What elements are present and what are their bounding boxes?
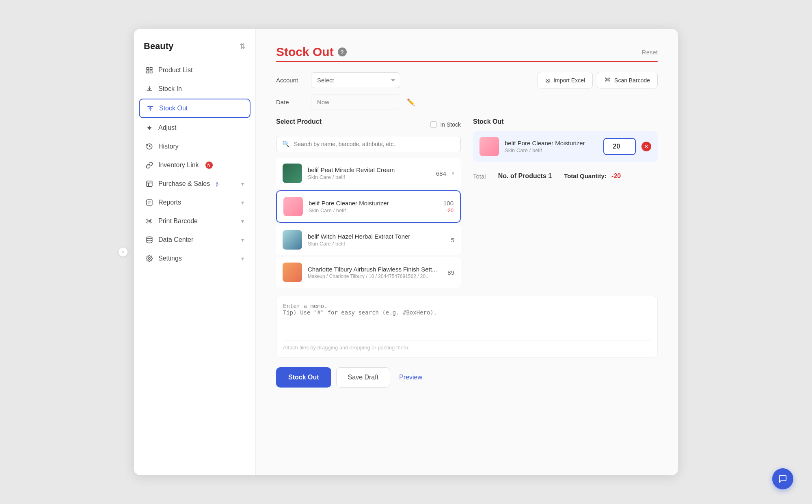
memo-box: Attach files by dragging and dropping or… bbox=[276, 296, 658, 358]
bottom-actions: Stock Out Save Draft Preview bbox=[276, 367, 658, 388]
sidebar-item-label-print-barcode: Print Barcode bbox=[158, 218, 198, 225]
svg-rect-1 bbox=[150, 67, 152, 69]
totals-products: No. of Products 1 bbox=[498, 172, 552, 180]
svg-point-7 bbox=[147, 237, 152, 239]
chart-icon bbox=[145, 180, 153, 188]
product-cat-2: Skin Care / belif bbox=[309, 207, 438, 213]
select-product-panel: Select Product In Stock 🔍 belif Peat Mir… bbox=[276, 118, 461, 289]
product-stock-3: 5 bbox=[451, 237, 454, 243]
excel-icon: ⊠ bbox=[545, 77, 550, 84]
edit-date-icon[interactable]: ✏️ bbox=[407, 98, 415, 106]
sidebar-item-adjust[interactable]: Adjust bbox=[139, 119, 251, 137]
sidebar-item-label-stock-in: Stock In bbox=[158, 85, 182, 93]
main-content: Stock Out ? Reset Account Select ⊠ Impor… bbox=[256, 29, 678, 475]
preview-button[interactable]: Preview bbox=[395, 367, 426, 388]
sidebar-item-label-purchase-sales: Purchase & Sales bbox=[158, 180, 210, 187]
product-item-3[interactable]: belif Witch Hazel Herbal Extract Toner S… bbox=[276, 224, 461, 255]
page-title-row: Stock Out ? bbox=[276, 45, 347, 59]
svg-rect-2 bbox=[147, 71, 149, 73]
date-row: Date ✏️ bbox=[276, 94, 658, 110]
stock-out-panel: Stock Out belif Pore Cleaner Moisturizer… bbox=[473, 118, 658, 289]
sidebar-item-data-center[interactable]: Data Center ▾ bbox=[139, 231, 251, 249]
sidebar-item-history[interactable]: History bbox=[139, 138, 251, 155]
no-of-products-label: No. of Products bbox=[498, 172, 546, 179]
sidebar-item-label-history: History bbox=[158, 143, 179, 150]
database-icon bbox=[145, 236, 153, 244]
page-header: Stock Out ? Reset bbox=[276, 45, 658, 59]
upload-icon bbox=[146, 104, 154, 112]
sidebar-item-label-stock-out: Stock Out bbox=[159, 105, 188, 112]
history-icon bbox=[145, 142, 153, 151]
sidebar-item-stock-out[interactable]: Stock Out bbox=[139, 99, 251, 118]
chevron-down-icon-data: ▾ bbox=[241, 237, 244, 243]
sidebar-item-label-settings: Settings bbox=[158, 255, 182, 262]
sidebar-item-inventory-link[interactable]: Inventory Link N bbox=[139, 156, 251, 174]
product-stock-2: 100 -20 bbox=[443, 200, 454, 213]
product-cat-1: Skin Care / belif bbox=[308, 174, 430, 180]
account-select[interactable]: Select bbox=[311, 72, 400, 88]
no-of-products-value: 1 bbox=[548, 172, 552, 179]
product-stock-1: 684 bbox=[436, 170, 446, 177]
memo-textarea[interactable] bbox=[283, 303, 651, 335]
svg-rect-0 bbox=[147, 67, 149, 69]
download-icon bbox=[145, 85, 153, 93]
stock-out-button[interactable]: Stock Out bbox=[276, 367, 331, 388]
total-qty-value: -20 bbox=[611, 172, 621, 179]
adjust-icon bbox=[145, 124, 153, 132]
svg-rect-5 bbox=[147, 181, 152, 187]
chevron-down-icon-reports: ▾ bbox=[241, 199, 244, 206]
sidebar-item-purchase-sales[interactable]: Purchase & Sales β ▾ bbox=[139, 175, 251, 193]
product-item-1[interactable]: belif Peat Miracle Revital Cream Skin Ca… bbox=[276, 158, 461, 189]
in-stock-row: Select Product In Stock bbox=[276, 118, 461, 131]
totals-row: Total No. of Products 1 Total Quantity: … bbox=[473, 166, 658, 186]
in-stock-checkbox-label[interactable]: In Stock bbox=[430, 121, 461, 128]
product-stock-value-2: 100 bbox=[443, 200, 454, 207]
save-draft-button[interactable]: Save Draft bbox=[336, 367, 391, 388]
sidebar-item-reports[interactable]: Reports ▾ bbox=[139, 194, 251, 211]
stock-indicator-1 bbox=[452, 172, 454, 174]
product-name-2: belif Pore Cleaner Moisturizer bbox=[309, 200, 438, 207]
product-name-4: Charlotte Tilbury Airbrush Flawless Fini… bbox=[308, 266, 442, 273]
search-icon: 🔍 bbox=[282, 140, 290, 148]
account-row: Account Select ⊠ Import Excel Scan Barco… bbox=[276, 72, 658, 88]
remove-item-button-1[interactable]: ✕ bbox=[641, 142, 651, 151]
total-qty-label: Total Quantity: -20 bbox=[564, 172, 621, 180]
import-excel-button[interactable]: ⊠ Import Excel bbox=[538, 72, 593, 88]
two-column-layout: Select Product In Stock 🔍 belif Peat Mir… bbox=[276, 118, 658, 289]
sort-icon[interactable]: ⇅ bbox=[240, 42, 246, 51]
help-icon[interactable]: ? bbox=[338, 47, 347, 56]
product-search-input[interactable] bbox=[294, 141, 455, 147]
scan-barcode-button[interactable]: Scan Barcode bbox=[597, 72, 658, 88]
product-item-2[interactable]: belif Pore Cleaner Moisturizer Skin Care… bbox=[276, 190, 461, 223]
product-item-4[interactable]: Charlotte Tilbury Airbrush Flawless Fini… bbox=[276, 257, 461, 288]
sidebar-item-label-inventory-link: Inventory Link bbox=[158, 162, 199, 169]
chevron-down-icon-settings: ▾ bbox=[241, 255, 244, 262]
chat-fab-button[interactable] bbox=[772, 468, 793, 489]
product-search-box: 🔍 bbox=[276, 136, 461, 152]
product-image-1 bbox=[283, 164, 302, 183]
link-icon bbox=[145, 161, 153, 169]
sidebar-item-label-adjust: Adjust bbox=[158, 124, 176, 131]
stock-out-qty-input-1[interactable] bbox=[603, 138, 636, 155]
sidebar-item-print-barcode[interactable]: Print Barcode ▾ bbox=[139, 212, 251, 230]
barcode-scan-icon bbox=[605, 76, 611, 84]
sidebar-item-settings[interactable]: Settings ▾ bbox=[139, 250, 251, 267]
sidebar-title: Beauty bbox=[144, 41, 173, 52]
import-excel-label: Import Excel bbox=[553, 77, 585, 84]
product-info-3: belif Witch Hazel Herbal Extract Toner S… bbox=[308, 233, 445, 247]
action-buttons: ⊠ Import Excel Scan Barcode bbox=[538, 72, 658, 88]
sidebar-item-stock-in[interactable]: Stock In bbox=[139, 80, 251, 98]
reset-button[interactable]: Reset bbox=[642, 49, 658, 56]
account-label: Account bbox=[276, 77, 304, 84]
in-stock-label: In Stock bbox=[440, 121, 461, 128]
chevron-down-icon: ▾ bbox=[241, 181, 244, 187]
settings-icon bbox=[145, 254, 153, 263]
product-cat-3: Skin Care / belif bbox=[308, 241, 445, 247]
svg-rect-3 bbox=[150, 71, 152, 73]
product-info-4: Charlotte Tilbury Airbrush Flawless Fini… bbox=[308, 266, 442, 279]
chevron-down-icon-print: ▾ bbox=[241, 218, 244, 224]
in-stock-checkbox[interactable] bbox=[430, 121, 437, 128]
product-info-2: belif Pore Cleaner Moisturizer Skin Care… bbox=[309, 200, 438, 213]
sidebar-item-product-list[interactable]: Product List bbox=[139, 61, 251, 79]
date-input[interactable] bbox=[311, 94, 400, 110]
